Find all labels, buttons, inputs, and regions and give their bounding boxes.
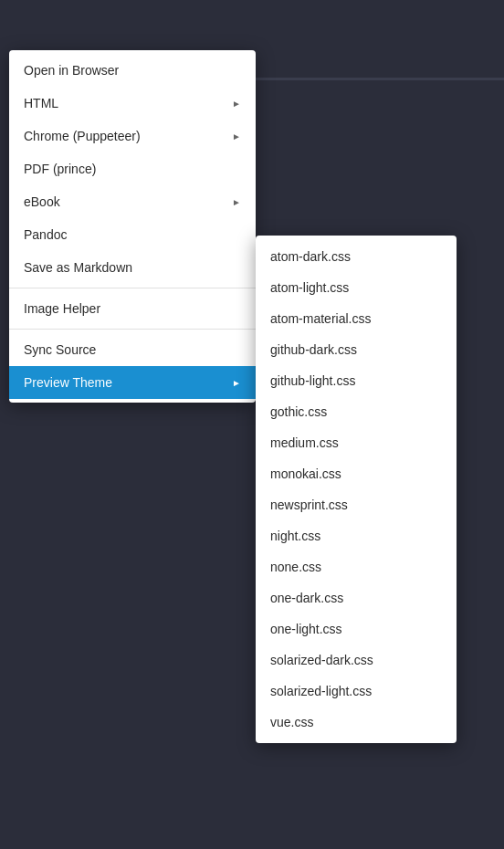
menu-label-sync-source: Sync Source [24,342,96,357]
submenu-label-none: none.css [270,560,321,574]
submenu-label-vue: vue.css [270,715,313,729]
context-menu: Open in Browser HTML ► Chrome (Puppeteer… [9,50,256,403]
menu-item-sync-source[interactable]: Sync Source [9,333,256,366]
submenu-item-github-light[interactable]: github-light.css [256,365,457,396]
submenu-label-night: night.css [270,529,320,543]
submenu-item-atom-dark[interactable]: atom-dark.css [256,241,457,272]
submenu-label-solarized-dark: solarized-dark.css [270,653,373,667]
submenu-item-github-dark[interactable]: github-dark.css [256,334,457,365]
top-bar [256,78,504,80]
menu-item-image-helper[interactable]: Image Helper [9,292,256,325]
arrow-icon-ebook: ► [232,197,241,207]
submenu-item-one-dark[interactable]: one-dark.css [256,582,457,613]
submenu-label-atom-material: atom-material.css [270,311,371,326]
submenu-label-atom-dark: atom-dark.css [270,249,351,264]
submenu-item-monokai[interactable]: monokai.css [256,458,457,489]
menu-item-pandoc[interactable]: Pandoc [9,218,256,251]
submenu-label-atom-light: atom-light.css [270,280,349,295]
menu-label-html: HTML [24,96,58,110]
submenu-label-github-light: github-light.css [270,373,355,388]
menu-label-preview-theme: Preview Theme [24,375,112,390]
submenu-item-gothic[interactable]: gothic.css [256,396,457,427]
arrow-icon-preview-theme: ► [232,378,241,388]
submenu-label-gothic: gothic.css [270,404,327,419]
submenu-label-one-dark: one-dark.css [270,591,343,605]
app-background: Open in Browser HTML ► Chrome (Puppeteer… [0,0,504,849]
menu-label-chrome-puppeteer: Chrome (Puppeteer) [24,129,141,143]
menu-item-open-in-browser[interactable]: Open in Browser [9,54,256,87]
submenu-item-medium[interactable]: medium.css [256,427,457,458]
menu-item-html[interactable]: HTML ► [9,87,256,120]
submenu-label-monokai: monokai.css [270,466,341,481]
submenu-label-solarized-light: solarized-light.css [270,684,372,698]
menu-label-ebook: eBook [24,194,60,209]
menu-label-open-in-browser: Open in Browser [24,63,119,78]
menu-item-preview-theme[interactable]: Preview Theme ► [9,366,256,399]
submenu-item-solarized-light[interactable]: solarized-light.css [256,676,457,707]
submenu-item-solarized-dark[interactable]: solarized-dark.css [256,645,457,676]
menu-item-save-as-markdown[interactable]: Save as Markdown [9,251,256,284]
submenu-item-one-light[interactable]: one-light.css [256,613,457,645]
submenu-item-night[interactable]: night.css [256,520,457,551]
submenu-item-none[interactable]: none.css [256,551,457,582]
submenu-item-atom-light[interactable]: atom-light.css [256,272,457,303]
menu-label-image-helper: Image Helper [24,301,100,316]
menu-label-pdf-prince: PDF (prince) [24,162,96,176]
menu-divider-2 [9,329,256,330]
menu-divider-1 [9,288,256,288]
menu-label-save-as-markdown: Save as Markdown [24,260,132,275]
submenu-item-newsprint[interactable]: newsprint.css [256,489,457,520]
menu-item-chrome-puppeteer[interactable]: Chrome (Puppeteer) ► [9,120,256,152]
submenu-item-vue[interactable]: vue.css [256,707,457,738]
menu-item-pdf-prince[interactable]: PDF (prince) [9,152,256,185]
submenu-label-one-light: one-light.css [270,622,342,636]
menu-label-pandoc: Pandoc [24,227,67,242]
menu-item-ebook[interactable]: eBook ► [9,185,256,218]
arrow-icon-chrome: ► [232,131,241,142]
submenu-label-medium: medium.css [270,435,339,450]
arrow-icon-html: ► [232,99,241,109]
submenu-label-newsprint: newsprint.css [270,498,348,512]
submenu-item-atom-material[interactable]: atom-material.css [256,303,457,334]
submenu-preview-theme: atom-dark.css atom-light.css atom-materi… [256,236,457,743]
submenu-label-github-dark: github-dark.css [270,342,357,357]
